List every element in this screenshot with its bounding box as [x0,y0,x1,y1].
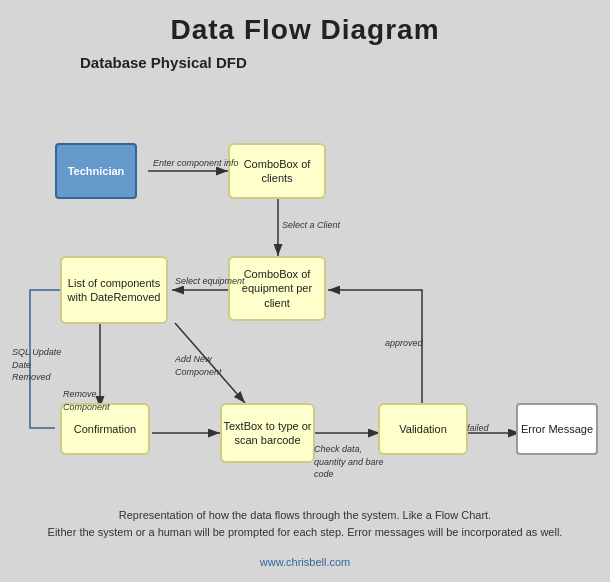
label-remove-component: Remove Component [63,388,118,413]
diagram-area: Technician ComboBox of clients ComboBox … [0,68,610,508]
footer-line2: Either the system or a human will be pro… [30,524,580,542]
node-list-components: List of components with DateRemoved [60,256,168,324]
label-approved: approved [385,338,423,348]
node-error-message: Error Message [516,403,598,455]
footer-line1: Representation of how the data flows thr… [30,507,580,525]
label-enter-component: Enter component info [153,158,239,168]
node-combobox-equipment: ComboBox of equipment per client [228,256,326,321]
label-sql-update: SQL Update Date Removed [12,346,62,384]
label-select-equipment: Select equipment [175,276,245,286]
main-container: Data Flow Diagram Database Physical DFD [0,0,610,582]
page-title: Data Flow Diagram [0,0,610,46]
node-validation: Validation [378,403,468,455]
label-failed: failed [467,423,489,433]
node-technician: Technician [55,143,137,199]
footer-text: Representation of how the data flows thr… [0,507,610,542]
label-select-client: Select a Client [282,220,340,230]
label-check-data: Check data, quantity and bare code [314,443,384,481]
label-add-new: Add New Component [175,353,235,378]
footer-link[interactable]: www.chrisbell.com [0,556,610,568]
node-textbox-barcode: TextBox to type or scan barcode [220,403,315,463]
node-combobox-clients: ComboBox of clients [228,143,326,199]
